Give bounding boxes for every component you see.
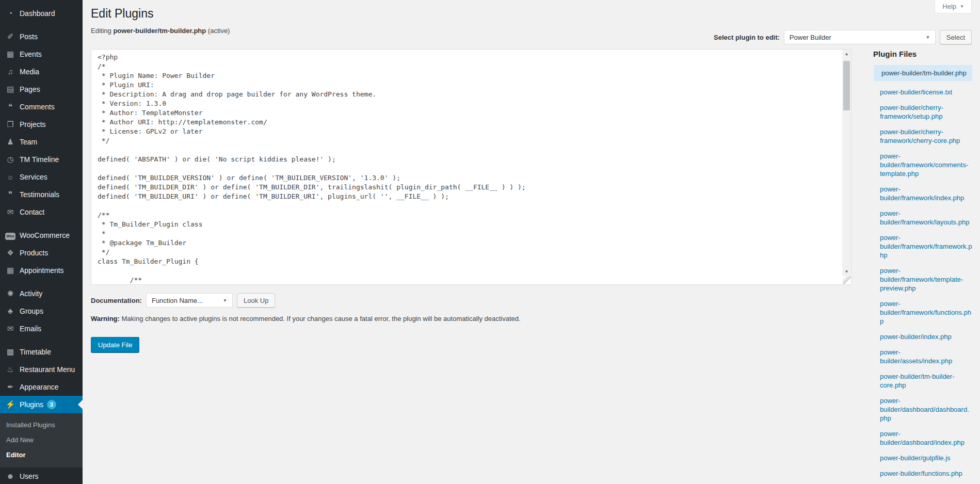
update-file-button[interactable]: Update File bbox=[91, 337, 139, 352]
textarea-resize-grip[interactable] bbox=[843, 276, 851, 284]
editing-prefix: Editing bbox=[91, 27, 113, 35]
sidebar-item-media[interactable]: ♫Media bbox=[0, 63, 83, 80]
help-button[interactable]: Help ▼ bbox=[935, 0, 972, 13]
plugin-file-link[interactable]: power-builder/framework/functions.php bbox=[880, 299, 972, 326]
plugin-file-link[interactable]: power-builder/tm-builder.php bbox=[881, 69, 969, 77]
scrollbar-down-arrow[interactable]: ▼ bbox=[842, 267, 851, 276]
calendar-icon: ▦ bbox=[5, 49, 15, 59]
chevron-down-icon: ▼ bbox=[960, 4, 964, 9]
sidebar-item-label: Media bbox=[20, 68, 39, 76]
sidebar-item-plugins[interactable]: ⚡Plugins3 bbox=[0, 396, 83, 413]
plugin-file-link[interactable]: power-builder/index.php bbox=[880, 332, 972, 341]
plugin-file-item: power-builder/cherry-framework/cherry-co… bbox=[873, 127, 972, 145]
sidebar-item-services[interactable]: ☼Services bbox=[0, 168, 83, 186]
plugin-file-link[interactable]: power-builder/framework/comments-templat… bbox=[880, 152, 972, 178]
documentation-dropdown[interactable]: Function Name... ▼ bbox=[146, 293, 233, 308]
groups-icon: ♣ bbox=[5, 306, 15, 316]
chevron-down-icon: ▼ bbox=[223, 298, 227, 303]
warning-bold: Warning: bbox=[91, 315, 120, 322]
sidebar-item-groups[interactable]: ♣Groups bbox=[0, 302, 83, 320]
plugin-file-item: power-builder/assets/index.php bbox=[873, 348, 972, 365]
sidebar-item-label: Appointments bbox=[20, 266, 64, 275]
plugin-select-label: Select plugin to edit: bbox=[714, 34, 780, 41]
plugin-file-link[interactable]: power-builder/license.txt bbox=[880, 88, 972, 96]
plugin-file-item: power-builder/tm-builder.php bbox=[874, 65, 972, 81]
sidebar-item-users[interactable]: ☻Users bbox=[0, 467, 83, 484]
plugin-select-dropdown[interactable]: Power Builder ▼ bbox=[784, 30, 936, 44]
sidebar-item-restaurant-menu[interactable]: ♨Restaurant Menu bbox=[0, 361, 83, 378]
scrollbar-thumb[interactable] bbox=[843, 61, 850, 110]
sidebar-item-projects[interactable]: ❒Projects bbox=[0, 116, 83, 133]
sidebar-item-events[interactable]: ▦Events bbox=[0, 45, 83, 63]
plugin-file-item: power-builder/gulpfile.js bbox=[873, 454, 972, 462]
users-icon: ☻ bbox=[5, 471, 15, 481]
sidebar-item-emails[interactable]: ✉Emails bbox=[0, 320, 83, 337]
restaurant-dome-icon: ♨ bbox=[5, 364, 15, 375]
submenu-item-editor[interactable]: Editor bbox=[0, 447, 83, 462]
plugin-file-link[interactable]: power-builder/cherry-framework/cherry-co… bbox=[880, 127, 972, 145]
menu-separator bbox=[0, 279, 83, 285]
sidebar-item-dashboard[interactable]: ◔Dashboard bbox=[0, 5, 83, 22]
sidebar-item-label: TM Timeline bbox=[20, 155, 59, 164]
plugin-file-item: power-builder/framework/comments-templat… bbox=[873, 152, 972, 178]
sidebar-item-team[interactable]: ♟Team bbox=[0, 133, 83, 151]
plugin-file-link[interactable]: power-builder/framework/layouts.php bbox=[880, 209, 972, 227]
code-editor[interactable]: <?php /* * Plugin Name: Power Builder * … bbox=[91, 49, 852, 285]
page-title: Edit Plugins bbox=[91, 6, 153, 21]
media-icon: ♫ bbox=[5, 67, 15, 77]
select-plugin-button[interactable]: Select bbox=[940, 30, 972, 44]
sidebar-item-label: Posts bbox=[20, 33, 38, 41]
sidebar-item-appearance[interactable]: ✒Appearance bbox=[0, 378, 83, 396]
scrollbar-up-arrow[interactable]: ▲ bbox=[842, 50, 851, 58]
sidebar-item-label: Team bbox=[20, 138, 37, 146]
sidebar-item-tm-timeline[interactable]: ◷TM Timeline bbox=[0, 151, 83, 168]
person-icon: ♟ bbox=[5, 137, 15, 147]
plugin-file-link[interactable]: power-builder/gulpfile.js bbox=[880, 454, 972, 462]
envelope-icon: ✉ bbox=[5, 324, 15, 334]
sidebar-item-testimonials[interactable]: ❞Testimonials bbox=[0, 186, 83, 203]
sidebar-item-label: Groups bbox=[20, 307, 43, 315]
woocommerce-icon: Woo bbox=[5, 233, 15, 240]
sidebar-item-pages[interactable]: ▤Pages bbox=[0, 80, 83, 98]
timetable-icon: ▩ bbox=[5, 347, 15, 357]
look-up-button[interactable]: Look Up bbox=[237, 293, 275, 308]
plugin-file-link[interactable]: power-builder/functions.php bbox=[880, 469, 972, 478]
plugin-file-item: power-builder/tm-builder-core.php bbox=[873, 372, 972, 390]
plugin-file-link[interactable]: power-builder/tm-builder-core.php bbox=[880, 372, 972, 390]
plugin-file-item: power-builder/license.txt bbox=[873, 88, 972, 96]
sidebar-item-comments[interactable]: ❝Comments bbox=[0, 98, 83, 116]
sidebar-item-contact[interactable]: ✉Contact bbox=[0, 203, 83, 221]
plugin-file-item: power-builder/cherry-framework/setup.php bbox=[873, 103, 972, 121]
clock-icon: ◷ bbox=[5, 154, 15, 165]
submenu-item-installed-plugins[interactable]: Installed Plugins bbox=[0, 417, 83, 432]
editing-active-flag: (active) bbox=[206, 27, 230, 35]
plugin-file-link[interactable]: power-builder/dashboard/index.php bbox=[880, 429, 972, 447]
warning-text: Warning: Making changes to active plugin… bbox=[91, 315, 521, 322]
plugin-file-link[interactable]: power-builder/framework/framework.php bbox=[880, 233, 972, 260]
submenu-item-add-new[interactable]: Add New bbox=[0, 432, 83, 447]
plugin-file-link[interactable]: power-builder/cherry-framework/setup.php bbox=[880, 103, 972, 121]
plugin-file-link[interactable]: power-builder/assets/index.php bbox=[880, 348, 972, 365]
sidebar-item-label: WooCommerce bbox=[20, 231, 70, 239]
envelope-icon: ✉ bbox=[5, 207, 15, 217]
sidebar-item-label: Testimonials bbox=[20, 190, 59, 199]
sidebar-item-timetable[interactable]: ▩Timetable bbox=[0, 343, 83, 361]
sidebar-item-posts[interactable]: ✐Posts bbox=[0, 28, 83, 45]
sidebar-item-appointments[interactable]: ▦Appointments bbox=[0, 262, 83, 279]
sidebar-item-products[interactable]: ❖Products bbox=[0, 244, 83, 262]
documentation-row: Documentation: Function Name... ▼ Look U… bbox=[91, 293, 275, 308]
plugin-select-row: Select plugin to edit: Power Builder ▼ S… bbox=[714, 30, 972, 44]
sidebar-item-woocommerce[interactable]: WooWooCommerce bbox=[0, 227, 83, 244]
sidebar-item-activity[interactable]: ✺Activity bbox=[0, 285, 83, 302]
plugin-select-value: Power Builder bbox=[790, 34, 831, 41]
sidebar-item-label: Timetable bbox=[20, 348, 51, 356]
documentation-value: Function Name... bbox=[152, 297, 203, 304]
sidebar-item-label: Pages bbox=[20, 85, 40, 93]
plugin-file-link[interactable]: power-builder/dashboard/dashboard.php bbox=[880, 396, 972, 423]
code-editor-textarea[interactable]: <?php /* * Plugin Name: Power Builder * … bbox=[91, 50, 842, 284]
plugin-file-link[interactable]: power-builder/framework/index.php bbox=[880, 185, 972, 202]
plugin-file-link[interactable]: power-builder/framework/template-preview… bbox=[880, 266, 972, 293]
editor-scrollbar[interactable]: ▲ ▼ bbox=[842, 50, 851, 276]
warning-body: Making changes to active plugins is not … bbox=[120, 315, 521, 322]
admin-sidebar: ◔Dashboard✐Posts▦Events♫Media▤Pages❝Comm… bbox=[0, 0, 83, 484]
